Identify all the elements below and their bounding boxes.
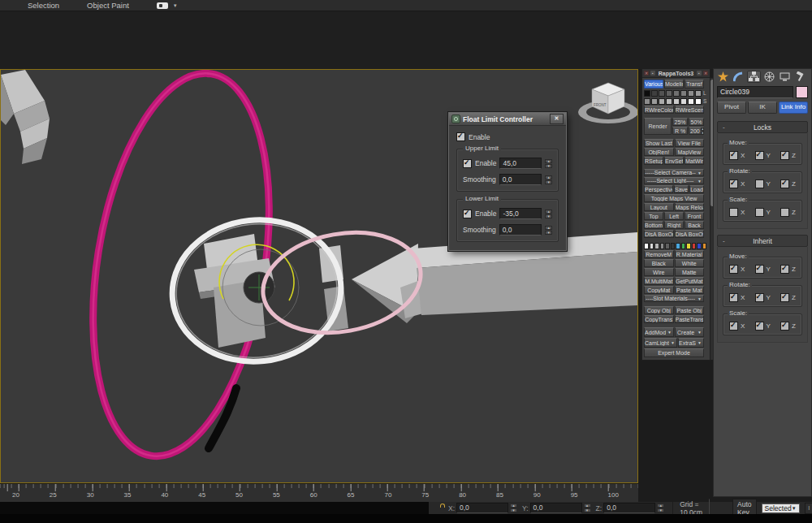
view-front-button[interactable]: Front (685, 212, 704, 220)
material-swatch[interactable] (702, 243, 707, 249)
save-view-button[interactable]: Save (674, 185, 689, 193)
scene-beam-top-left[interactable] (1, 70, 50, 164)
inherit-move-z[interactable]: Z (780, 265, 796, 274)
color-swatch[interactable] (666, 90, 672, 97)
render-50-button[interactable]: 50% (689, 118, 704, 126)
enable-checkbox[interactable] (456, 132, 465, 141)
objren-button[interactable]: ObjRen! (644, 148, 674, 156)
tab-selection[interactable]: Selection (28, 1, 59, 10)
rwirescene-button[interactable]: RWireScene (675, 106, 705, 114)
pivot-button[interactable]: Pivot (717, 102, 746, 114)
object-color-swatch[interactable] (796, 86, 808, 98)
inherit-rollout-header[interactable]: - Inherit (717, 235, 808, 247)
locks-scale-y[interactable]: Y (755, 208, 771, 217)
disa-boxon-button[interactable]: DisA BoxOn (644, 230, 674, 238)
rwirecolor-button[interactable]: RWireColor (644, 106, 674, 114)
go-to-start-button[interactable]: |◀◀ (805, 503, 812, 514)
x-coord-field[interactable]: 0,0 (456, 503, 508, 513)
ik-button[interactable]: IK (748, 102, 777, 114)
slot-materials-dropdown[interactable]: ----Slot Materials----▼ (644, 295, 704, 302)
material-swatch[interactable] (671, 243, 676, 249)
locks-rotate-y[interactable]: Y (755, 179, 771, 188)
material-swatch[interactable] (644, 243, 649, 249)
lower-enable-checkbox[interactable] (463, 210, 472, 218)
locks-rotate-x[interactable]: X (729, 179, 745, 188)
color-swatch[interactable] (659, 90, 665, 97)
load-view-button[interactable]: Load (689, 185, 704, 193)
view-bottom-button[interactable]: Bottom (644, 221, 663, 229)
create-tab-icon[interactable] (716, 71, 730, 83)
copytrans-button[interactable]: CopyTrans (644, 315, 674, 323)
locks-move-x[interactable]: X (729, 151, 745, 160)
link-info-button[interactable]: Link Info (779, 102, 808, 114)
color-swatch[interactable] (688, 90, 694, 97)
color-swatch[interactable] (651, 98, 658, 105)
locks-scale-x[interactable]: X (729, 208, 745, 217)
color-swatch[interactable] (644, 90, 650, 97)
getputmat-button[interactable]: GetPutMat (675, 277, 705, 285)
pastemat-button[interactable]: Paste Mat (675, 286, 705, 294)
locks-scale-z[interactable]: Z (780, 208, 796, 217)
lower-smoothing-field[interactable]: 0,0 (499, 224, 542, 236)
inherit-move-x[interactable]: X (729, 265, 745, 274)
color-swatch[interactable] (695, 98, 702, 105)
upper-smoothing-spinner[interactable]: ▲▼ (545, 175, 552, 184)
disa-boxoff-button[interactable]: DisA BoxOff (675, 230, 705, 238)
hierarchy-tab-icon[interactable] (747, 71, 761, 83)
material-swatch[interactable] (686, 243, 691, 249)
inherit-move-y[interactable]: Y (755, 265, 771, 274)
black-material-button[interactable]: Black (644, 259, 674, 267)
white-material-button[interactable]: White (675, 259, 705, 267)
view-back-button[interactable]: Back (685, 221, 704, 229)
expert-mode-button[interactable]: Expert Mode (644, 348, 704, 357)
color-swatch[interactable] (695, 90, 702, 97)
rsetup-button[interactable]: RSetup (644, 157, 663, 165)
extras-dropdown[interactable]: ExtraS▼ (678, 338, 704, 348)
material-swatch[interactable] (654, 243, 659, 249)
x-coord-spinner[interactable]: ▲▼ (510, 504, 517, 512)
inherit-scale-z[interactable]: Z (780, 322, 796, 331)
timeline-ruler[interactable]: 20253035404550556065707580859095100 (0, 483, 638, 502)
layout-button[interactable]: Layout (644, 203, 674, 211)
view-left-button[interactable]: Left (664, 212, 684, 220)
locks-move-y[interactable]: Y (755, 151, 771, 160)
select-light-dropdown[interactable]: -----Select Light----▼ (644, 177, 704, 184)
mapview-button[interactable]: MapView (675, 148, 705, 156)
material-swatch[interactable] (676, 243, 680, 249)
view-file-button[interactable]: View File (675, 139, 705, 147)
copymat-button[interactable]: CopyMat (644, 286, 674, 294)
lower-smoothing-spinner[interactable]: ▲▼ (545, 226, 552, 235)
removem-button[interactable]: RemoveM (644, 250, 674, 258)
tab-object-paint[interactable]: Object Paint (87, 1, 129, 10)
inherit-scale-y[interactable]: Y (755, 322, 771, 331)
tab-various[interactable]: Various (644, 80, 663, 89)
matte-material-button[interactable]: Matte (675, 268, 705, 276)
color-swatch[interactable] (680, 90, 687, 97)
chevron-down-icon[interactable]: ▼ (173, 3, 178, 8)
upper-limit-spinner[interactable]: ▲▼ (545, 159, 552, 168)
y-coord-field[interactable]: 0,0 (530, 503, 582, 513)
wire-material-button[interactable]: Wire (644, 268, 674, 276)
render-percent-button[interactable]: R % (672, 127, 688, 135)
perspective-button[interactable]: Perspective (644, 185, 673, 193)
dialog-titlebar[interactable]: Float Limit Controller ✕ (449, 113, 566, 126)
addmod-dropdown[interactable]: AddMod▼ (644, 327, 674, 337)
z-coord-field[interactable]: 0,0 (603, 503, 655, 513)
render-25-button[interactable]: 25% (672, 118, 688, 126)
viewcube[interactable]: FRONT (578, 83, 637, 123)
inherit-scale-x[interactable]: X (729, 322, 745, 331)
modify-tab-icon[interactable] (732, 71, 745, 83)
envset-button[interactable]: EnvSet (664, 157, 684, 165)
locks-rollout-header[interactable]: - Locks (717, 121, 808, 133)
view-right-button[interactable]: Right (664, 221, 684, 229)
panel-close-icon[interactable]: ✕ (644, 71, 649, 76)
inherit-rotate-y[interactable]: Y (755, 293, 771, 302)
maps-reload-button[interactable]: Maps Reload (675, 203, 705, 211)
tab-transf[interactable]: Transf (685, 80, 704, 89)
y-coord-spinner[interactable]: ▲▼ (584, 504, 591, 512)
color-swatch[interactable] (659, 98, 665, 105)
inherit-rotate-x[interactable]: X (729, 293, 745, 302)
copy-obj-button[interactable]: Copy Obj (644, 306, 674, 314)
paste-obj-button[interactable]: Paste Obj (675, 306, 705, 314)
toggle-maps-view-button[interactable]: Toggle Maps View (644, 194, 704, 202)
